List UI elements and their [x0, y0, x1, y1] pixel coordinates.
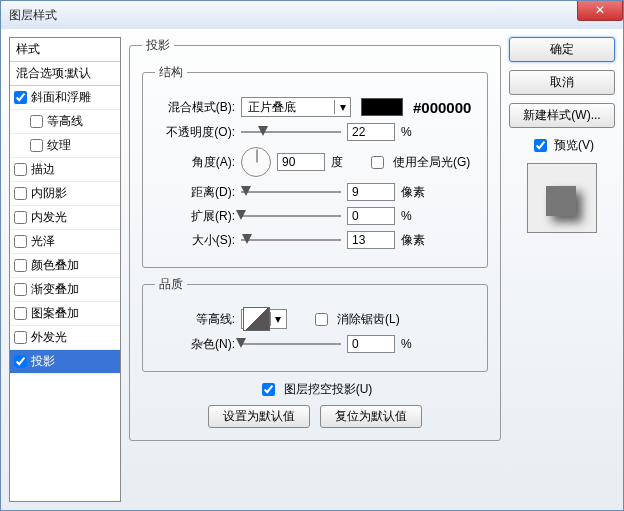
new-style-button[interactable]: 新建样式(W)... [509, 103, 615, 128]
antialias-label: 消除锯齿(L) [337, 311, 400, 328]
sidebar-item-checkbox[interactable] [14, 355, 27, 368]
sidebar-item[interactable]: 图案叠加 [10, 302, 120, 326]
sidebar-item-checkbox[interactable] [30, 139, 43, 152]
contour-picker[interactable]: ▾ [241, 309, 287, 329]
panel-title: 投影 [142, 37, 174, 54]
sidebar-item[interactable]: 光泽 [10, 230, 120, 254]
spread-row: 扩展(R): % [155, 207, 475, 225]
preview-sample [546, 186, 576, 216]
sidebar-item[interactable]: 纹理 [10, 134, 120, 158]
noise-slider[interactable] [241, 337, 341, 351]
sidebar-item[interactable]: 等高线 [10, 110, 120, 134]
panel-fieldset: 投影 结构 混合模式(B): 正片叠底 ▾ #000000 不透明度(O): [129, 37, 501, 441]
opacity-label: 不透明度(O): [155, 124, 235, 141]
close-icon: ✕ [595, 3, 605, 17]
make-default-button[interactable]: 设置为默认值 [208, 405, 310, 428]
sidebar-item[interactable]: 投影 [10, 350, 120, 374]
contour-label: 等高线: [155, 311, 235, 328]
sidebar-item-label: 外发光 [31, 329, 67, 346]
angle-dial[interactable] [241, 147, 271, 177]
sidebar-item-checkbox[interactable] [14, 259, 27, 272]
dialog-body: 样式 混合选项:默认 斜面和浮雕等高线纹理描边内阴影内发光光泽颜色叠加渐变叠加图… [1, 29, 623, 510]
blend-mode-label: 混合模式(B): [155, 99, 235, 116]
window-title: 图层样式 [9, 7, 57, 24]
distance-slider[interactable] [241, 185, 341, 199]
sidebar-item-checkbox[interactable] [14, 307, 27, 320]
contour-row: 等高线: ▾ 消除锯齿(L) [155, 309, 475, 329]
knockout-row: 图层挖空投影(U) [142, 380, 488, 399]
spread-slider[interactable] [241, 209, 341, 223]
sidebar-item-label: 等高线 [47, 113, 83, 130]
sidebar-item-checkbox[interactable] [14, 331, 27, 344]
layer-style-dialog: 图层样式 ✕ 样式 混合选项:默认 斜面和浮雕等高线纹理描边内阴影内发光光泽颜色… [0, 0, 624, 511]
sidebar-item-checkbox[interactable] [14, 163, 27, 176]
close-button[interactable]: ✕ [577, 1, 623, 21]
default-buttons-row: 设置为默认值 复位为默认值 [142, 405, 488, 428]
noise-row: 杂色(N): % [155, 335, 475, 353]
reset-default-button[interactable]: 复位为默认值 [320, 405, 422, 428]
sidebar-item[interactable]: 描边 [10, 158, 120, 182]
sidebar-item[interactable]: 斜面和浮雕 [10, 86, 120, 110]
sidebar-blend-defaults[interactable]: 混合选项:默认 [10, 62, 120, 86]
structure-legend: 结构 [155, 64, 187, 81]
cancel-button[interactable]: 取消 [509, 70, 615, 95]
sidebar-item[interactable]: 内发光 [10, 206, 120, 230]
sidebar-item[interactable]: 外发光 [10, 326, 120, 350]
chevron-down-icon: ▾ [270, 312, 285, 326]
preview-box [527, 163, 597, 233]
contour-icon [243, 307, 270, 331]
noise-input[interactable] [347, 335, 395, 353]
angle-input[interactable] [277, 153, 325, 171]
antialias-checkbox[interactable] [315, 313, 328, 326]
sidebar-item-label: 投影 [31, 353, 55, 370]
sidebar-item-checkbox[interactable] [14, 235, 27, 248]
sidebar-item-label: 纹理 [47, 137, 71, 154]
global-light-label: 使用全局光(G) [393, 154, 470, 171]
ok-button[interactable]: 确定 [509, 37, 615, 62]
blend-mode-combo[interactable]: 正片叠底 ▾ [241, 97, 351, 117]
size-label: 大小(S): [155, 232, 235, 249]
styles-sidebar: 样式 混合选项:默认 斜面和浮雕等高线纹理描边内阴影内发光光泽颜色叠加渐变叠加图… [9, 37, 121, 502]
blend-mode-row: 混合模式(B): 正片叠底 ▾ #000000 [155, 97, 475, 117]
sidebar-item[interactable]: 颜色叠加 [10, 254, 120, 278]
color-swatch[interactable] [361, 98, 403, 116]
sidebar-item-label: 光泽 [31, 233, 55, 250]
quality-group: 品质 等高线: ▾ 消除锯齿(L) 杂色(N): [142, 276, 488, 372]
global-light-checkbox[interactable] [371, 156, 384, 169]
size-slider[interactable] [241, 233, 341, 247]
chevron-down-icon: ▾ [334, 100, 350, 114]
sidebar-item-checkbox[interactable] [14, 211, 27, 224]
opacity-input[interactable] [347, 123, 395, 141]
sidebar-item-checkbox[interactable] [14, 283, 27, 296]
right-column: 确定 取消 新建样式(W)... 预览(V) [509, 37, 615, 502]
sidebar-item-label: 描边 [31, 161, 55, 178]
titlebar[interactable]: 图层样式 ✕ [1, 1, 623, 29]
preview-label: 预览(V) [554, 137, 594, 154]
size-input[interactable] [347, 231, 395, 249]
distance-input[interactable] [347, 183, 395, 201]
sidebar-item-label: 图案叠加 [31, 305, 79, 322]
sidebar-item-checkbox[interactable] [14, 187, 27, 200]
color-hex: #000000 [413, 99, 471, 116]
spread-input[interactable] [347, 207, 395, 225]
sidebar-item[interactable]: 内阴影 [10, 182, 120, 206]
opacity-row: 不透明度(O): % [155, 123, 475, 141]
sidebar-header[interactable]: 样式 [10, 38, 120, 62]
knockout-checkbox[interactable] [262, 383, 275, 396]
sidebar-item[interactable]: 渐变叠加 [10, 278, 120, 302]
distance-unit: 像素 [401, 184, 431, 201]
angle-unit: 度 [331, 154, 361, 171]
sidebar-item-checkbox[interactable] [14, 91, 27, 104]
size-row: 大小(S): 像素 [155, 231, 475, 249]
distance-row: 距离(D): 像素 [155, 183, 475, 201]
main-panel: 投影 结构 混合模式(B): 正片叠底 ▾ #000000 不透明度(O): [129, 37, 501, 502]
sidebar-item-checkbox[interactable] [30, 115, 43, 128]
blend-mode-value: 正片叠底 [242, 99, 334, 116]
noise-unit: % [401, 337, 431, 351]
noise-label: 杂色(N): [155, 336, 235, 353]
distance-label: 距离(D): [155, 184, 235, 201]
sidebar-item-label: 颜色叠加 [31, 257, 79, 274]
sidebar-item-label: 斜面和浮雕 [31, 89, 91, 106]
preview-checkbox[interactable] [534, 139, 547, 152]
opacity-slider[interactable] [241, 125, 341, 139]
